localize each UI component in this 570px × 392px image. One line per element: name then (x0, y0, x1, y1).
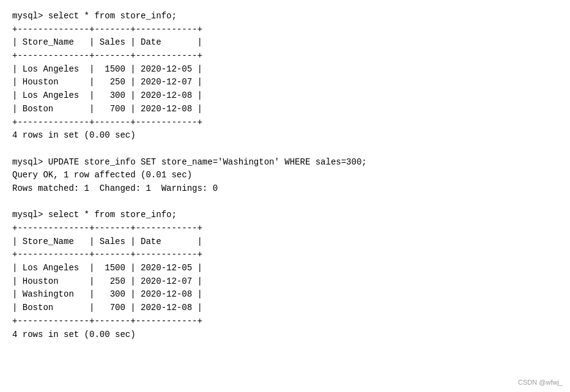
terminal-output: mysql> select * from store_info; +------… (12, 10, 558, 341)
watermark: CSDN @wfwj_ (518, 377, 563, 388)
